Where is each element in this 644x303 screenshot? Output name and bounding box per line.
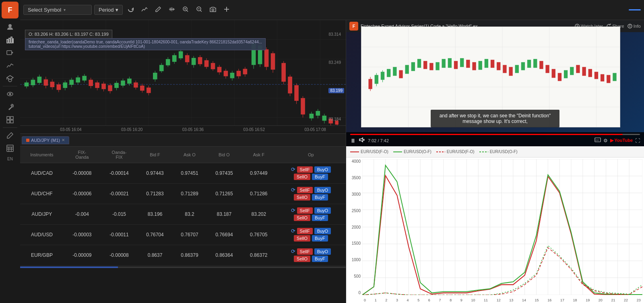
refresh-button[interactable] (125, 4, 136, 16)
svg-marker-6 (12, 51, 13, 54)
col-ask-f: Ask F (242, 147, 276, 163)
cell-bid-f: 0.76704 (138, 225, 172, 245)
buy-f-button[interactable]: BuyF (312, 215, 328, 221)
sell-o-button[interactable]: SellO (294, 194, 310, 201)
sidebar: F EN (0, 0, 20, 303)
buy-o-button[interactable]: BuyO (314, 207, 331, 214)
cell-ask-f: 0.86372 (242, 245, 276, 266)
svg-point-145 (630, 25, 630, 25)
sidebar-item-grid[interactable] (3, 114, 17, 126)
bottom-chart-panel: EUR/USD(F-O) EUR/USD(O-F) EUR/USD(F-O) E… (346, 146, 644, 303)
indicators-button[interactable] (166, 4, 178, 16)
chart-ohlc-tooltip: O: 83.206 H: 83.206 L: 83.197 C: 83.199 (25, 30, 112, 39)
info-button[interactable]: Info (627, 24, 641, 29)
buy-f-button[interactable]: BuyF (312, 194, 328, 201)
chart-tab-audjpy[interactable]: AUD/JPY (M1) ✕ (22, 136, 69, 144)
svg-rect-194 (582, 67, 586, 76)
buy-f-button[interactable]: BuyF (312, 174, 328, 180)
chart-tab-label: AUD/JPY (M1) (31, 138, 60, 143)
video-logo: F (349, 22, 358, 31)
sell-o-button[interactable]: SellO (294, 174, 310, 180)
svg-rect-166 (411, 62, 415, 71)
sell-f-button[interactable]: SellF (297, 166, 313, 173)
sidebar-lang-label[interactable]: EN (6, 155, 14, 163)
line-chart-button[interactable] (139, 4, 150, 16)
svg-rect-1 (7, 39, 8, 43)
main-content: Select Symbol ▾ Period ▾ (20, 0, 644, 303)
sell-f-button[interactable]: SellF (297, 207, 313, 214)
video-panel: F Fintechee Expert Advisor Series(1) Cod… (346, 20, 644, 146)
zoom-out-button[interactable] (194, 4, 205, 16)
cell-bid-f: 0.71283 (138, 184, 172, 204)
cell-oanda-fix: -0.015 (101, 204, 138, 225)
svg-rect-190 (558, 73, 561, 81)
camera-button[interactable] (207, 4, 219, 16)
symbol-select-arrow: ▾ (64, 8, 66, 12)
video-progress-bar[interactable] (350, 134, 640, 135)
app-logo[interactable]: F (2, 2, 19, 18)
svg-rect-167 (417, 59, 421, 68)
sidebar-item-chart[interactable] (3, 34, 17, 46)
svg-rect-181 (503, 65, 506, 73)
cell-bid-f: 0.8637 (138, 245, 172, 266)
sidebar-item-learn[interactable] (3, 72, 17, 84)
current-price-label: 83.199 (328, 88, 344, 93)
sidebar-item-person[interactable] (3, 21, 17, 33)
buy-f-button[interactable]: BuyF (312, 235, 328, 242)
buy-o-button[interactable]: BuyO (314, 187, 331, 193)
video-settings-button[interactable]: ⚙ (603, 138, 608, 143)
cell-ask-o: 0.71289 (172, 184, 207, 204)
sidebar-item-pencil[interactable] (3, 129, 17, 141)
sell-o-button[interactable]: SellO (294, 215, 310, 221)
sidebar-item-tools[interactable] (3, 101, 17, 113)
sidebar-item-video[interactable] (3, 47, 17, 59)
sidebar-item-line-chart[interactable] (3, 59, 17, 72)
zoom-in-button[interactable] (180, 4, 191, 16)
svg-rect-180 (497, 62, 500, 70)
sell-o-button[interactable]: SellO (294, 256, 310, 262)
video-cc-button[interactable]: CC (594, 137, 601, 143)
draw-button[interactable] (153, 4, 164, 16)
cell-ask-f: 0.76705 (242, 225, 276, 245)
buy-o-button[interactable]: BuyO (314, 248, 331, 255)
sell-f-button[interactable]: SellF (297, 187, 313, 193)
svg-rect-113 (237, 71, 241, 76)
sell-f-button[interactable]: SellF (297, 248, 313, 255)
svg-marker-7 (7, 76, 13, 80)
add-button[interactable] (221, 4, 232, 16)
chart-tab-close[interactable]: ✕ (62, 138, 65, 142)
bottom-chart-x-axis: 0 1 2 3 4 5 6 7 8 9 10 11 12 13 14 15 16 (362, 298, 642, 302)
sell-f-button[interactable]: SellF (297, 228, 313, 234)
cell-instrument: AUD/CAD (20, 163, 64, 184)
video-fullscreen-button[interactable]: ⛶ (635, 138, 640, 143)
video-pause-button[interactable]: ⏸ (350, 137, 356, 144)
cell-op: ⟳ SellF BuyO SellO BuyF (276, 204, 346, 225)
svg-line-24 (186, 10, 188, 12)
svg-rect-186 (533, 59, 537, 68)
svg-rect-67 (89, 80, 93, 86)
sell-o-button[interactable]: SellO (294, 235, 310, 242)
svg-rect-199 (613, 73, 616, 81)
video-subtitle: and after we stop it, we can see the "De… (431, 110, 559, 127)
svg-rect-177 (479, 61, 482, 70)
buy-f-button[interactable]: BuyF (312, 256, 328, 262)
svg-rect-69 (95, 82, 99, 88)
svg-rect-103 (204, 60, 209, 67)
buy-o-button[interactable]: BuyO (314, 228, 331, 234)
sidebar-item-eye[interactable] (3, 88, 17, 100)
svg-rect-195 (588, 69, 592, 77)
col-instruments: Instruments (20, 147, 64, 163)
chart-area[interactable]: O: 83.206 H: 83.206 L: 83.197 C: 83.199 … (20, 20, 346, 125)
symbol-select[interactable]: Select Symbol ▾ (23, 5, 92, 15)
svg-rect-193 (576, 65, 580, 73)
period-button[interactable]: Period ▾ (94, 5, 123, 15)
video-mute-button[interactable] (359, 137, 365, 144)
cell-fix-oanda: -0.00009 (64, 245, 101, 266)
legend-eurusd-of-dashed: EUR/USD(O-F) (479, 149, 518, 154)
video-controls[interactable]: ⏸ 7:02 / 7:42 (346, 132, 644, 146)
buy-o-button[interactable]: BuyO (314, 166, 331, 173)
svg-rect-75 (114, 83, 119, 88)
video-container[interactable]: F Fintechee Expert Advisor Series(1) Cod… (346, 20, 644, 146)
sidebar-item-table[interactable] (3, 142, 17, 154)
video-controls-row: ⏸ 7:02 / 7:42 (350, 137, 640, 144)
